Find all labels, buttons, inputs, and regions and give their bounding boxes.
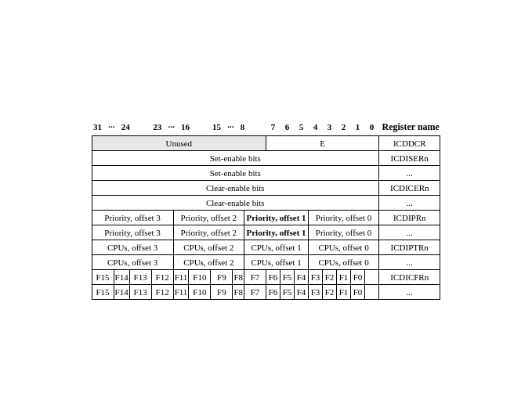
f15b: F15 [92, 284, 114, 299]
header-6: 6 [280, 119, 295, 136]
f13b: F13 [129, 284, 151, 299]
f12a: F12 [151, 269, 173, 284]
table-row: Priority, offset 3 Priority, offset 2 Pr… [92, 225, 440, 240]
cpu-offset-0b: CPUs, offset 0 [309, 254, 379, 269]
reg-name-dot5: ... [379, 284, 440, 299]
f3b: F3 [309, 284, 323, 299]
table-row: Clear-enable bits ICDICERn [92, 180, 440, 195]
f8b: F8 [233, 284, 244, 299]
f5a: F5 [280, 269, 295, 284]
pri-offset-3b: Priority, offset 3 [92, 225, 173, 240]
f14a: F14 [114, 269, 129, 284]
f0a: F0 [351, 269, 365, 284]
header-31-24: 31 ··· 24 [92, 119, 151, 136]
cpu-offset-3b: CPUs, offset 3 [92, 254, 173, 269]
f11a: F11 [173, 269, 189, 284]
header-0: 0 [365, 119, 379, 136]
f8a: F8 [233, 269, 244, 284]
f7a: F7 [244, 269, 266, 284]
f10a: F10 [189, 269, 211, 284]
f0b: F0 [351, 284, 365, 299]
bit-header-row: 31 ··· 24 23 ··· 16 15 ··· 8 7 6 5 4 3 2… [92, 119, 440, 136]
reg-name-icddcr: ICDDCR [379, 135, 440, 150]
table-row: F15 F14 F13 F12 F11 F10 F9 F8 F7 F6 F5 F… [92, 284, 440, 299]
register-table: 31 ··· 24 23 ··· 16 15 ··· 8 7 6 5 4 3 2… [92, 119, 441, 300]
pri-offset-2a: Priority, offset 2 [173, 210, 244, 225]
f5b: F5 [280, 284, 295, 299]
header-15-8: 15 ··· 8 [211, 119, 266, 136]
f6a: F6 [266, 269, 280, 284]
table-row: CPUs, offset 3 CPUs, offset 2 CPUs, offs… [92, 240, 440, 254]
reg-name-dot2: ... [379, 195, 440, 210]
pri-offset-0a: Priority, offset 0 [309, 210, 379, 225]
reg-name-dot4: ... [379, 254, 440, 269]
f3a: F3 [309, 269, 323, 284]
cpu-offset-0a: CPUs, offset 0 [309, 240, 379, 254]
header-4: 4 [309, 119, 323, 136]
reg-name-dot1: ... [379, 165, 440, 180]
header-1: 1 [351, 119, 365, 136]
reg-name-dot3: ... [379, 225, 440, 240]
f2a: F2 [323, 269, 337, 284]
f12b: F12 [151, 284, 173, 299]
f1a: F1 [337, 269, 351, 284]
header-reg-name: Register name [379, 119, 440, 136]
header-2: 2 [337, 119, 351, 136]
table-row: Set-enable bits ... [92, 165, 440, 180]
reg-name-icdicern: ICDICERn [379, 180, 440, 195]
f11b: F11 [173, 284, 189, 299]
pri-offset-1a: Priority, offset 1 [244, 210, 309, 225]
f14b: F14 [114, 284, 129, 299]
header-3: 3 [323, 119, 337, 136]
clear-enable-1: Clear-enable bits [92, 180, 378, 195]
f4b: F4 [295, 284, 309, 299]
pri-offset-0b: Priority, offset 0 [309, 225, 379, 240]
table-row: CPUs, offset 3 CPUs, offset 2 CPUs, offs… [92, 254, 440, 269]
f9a: F9 [211, 269, 233, 284]
unused-cell: Unused [92, 135, 266, 150]
pri-offset-1b: Priority, offset 1 [244, 225, 309, 240]
set-enable-2: Set-enable bits [92, 165, 378, 180]
f4a: F4 [295, 269, 309, 284]
reg-name-icdicfrn: ICDICFRn [379, 269, 440, 284]
cpu-offset-2b: CPUs, offset 2 [173, 254, 244, 269]
main-container: 31 ··· 24 23 ··· 16 15 ··· 8 7 6 5 4 3 2… [92, 119, 441, 300]
f7b: F7 [244, 284, 266, 299]
clear-enable-2: Clear-enable bits [92, 195, 378, 210]
e-cell: E [266, 135, 379, 150]
pri-offset-3a: Priority, offset 3 [92, 210, 173, 225]
header-7: 7 [266, 119, 280, 136]
cpu-offset-1a: CPUs, offset 1 [244, 240, 309, 254]
cpu-offset-2a: CPUs, offset 2 [173, 240, 244, 254]
header-5: 5 [295, 119, 309, 136]
reg-name-icdisern: ICDISERn [379, 150, 440, 165]
table-row: Unused E ICDDCR [92, 135, 440, 150]
table-area: 31 ··· 24 23 ··· 16 15 ··· 8 7 6 5 4 3 2… [92, 119, 441, 300]
f6b: F6 [266, 284, 280, 299]
f15a: F15 [92, 269, 114, 284]
cpu-offset-1b: CPUs, offset 1 [244, 254, 309, 269]
f13a: F13 [129, 269, 151, 284]
table-row: Set-enable bits ICDISERn [92, 150, 440, 165]
reg-name-icdiprn: ICDIPRn [379, 210, 440, 225]
table-row: Priority, offset 3 Priority, offset 2 Pr… [92, 210, 440, 225]
header-23-16: 23 ··· 16 [151, 119, 211, 136]
f10b: F10 [189, 284, 211, 299]
table-row: Clear-enable bits ... [92, 195, 440, 210]
f9b: F9 [211, 284, 233, 299]
reg-name-icdiptrn: ICDIPTRn [379, 240, 440, 254]
f2b: F2 [323, 284, 337, 299]
cpu-offset-3a: CPUs, offset 3 [92, 240, 173, 254]
table-row: F15 F14 F13 F12 F11 F10 F9 F8 F7 F6 F5 F… [92, 269, 440, 284]
set-enable-1: Set-enable bits [92, 150, 378, 165]
pri-offset-2b: Priority, offset 2 [173, 225, 244, 240]
f1b: F1 [337, 284, 351, 299]
